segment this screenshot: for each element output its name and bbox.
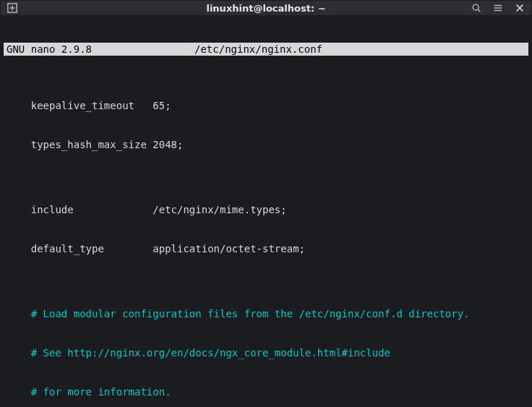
file-line: keepalive_timeout 65; [7, 99, 525, 112]
terminal-window: linuxhint@localhost: ~ GNU nano 2.9.8 /e… [0, 0, 532, 407]
terminal-area[interactable]: GNU nano 2.9.8 /etc/nginx/nginx.conf kee… [1, 15, 531, 407]
nano-filepath: /etc/nginx/nginx.conf [194, 43, 322, 56]
file-line: include /etc/nginx/mime.types; [7, 203, 525, 216]
file-line-comment: # See http://nginx.org/en/docs/ngx_core_… [7, 346, 525, 359]
file-line: types_hash_max_size 2048; [7, 138, 525, 151]
file-line-comment: # Load modular configuration files from … [7, 307, 525, 320]
window-title: linuxhint@localhost: ~ [1, 3, 531, 14]
file-line-comment: # for more information. [7, 385, 525, 398]
nano-version: GNU nano 2.9.8 [7, 43, 194, 56]
nano-header: GNU nano 2.9.8 /etc/nginx/nginx.conf [4, 43, 528, 56]
titlebar: linuxhint@localhost: ~ [1, 1, 531, 15]
file-line: default_type application/octet-stream; [7, 242, 525, 255]
